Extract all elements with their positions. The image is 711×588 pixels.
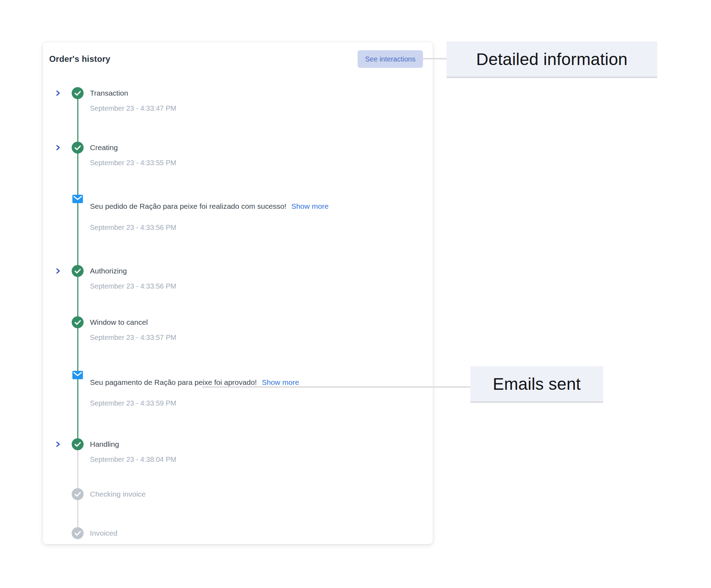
show-more-link[interactable]: Show more: [291, 202, 328, 210]
stage-label: Invoiced: [90, 528, 117, 538]
email-timestamp: September 23 - 4:33:56 PM: [90, 223, 176, 232]
email-subject: Seu pagamento de Ração para peixe foi ap…: [90, 378, 257, 386]
expand-chevron-icon[interactable]: [54, 144, 61, 151]
check-circle-icon: [72, 142, 84, 154]
check-circle-icon: [72, 316, 84, 328]
stage-timestamp: September 23 - 4:33:57 PM: [90, 333, 176, 342]
annotation-emails-sent: Emails sent: [470, 366, 603, 403]
stage-timestamp: September 23 - 4:38:04 PM: [90, 455, 176, 464]
email-timestamp: September 23 - 4:33:59 PM: [90, 399, 176, 408]
expand-chevron-icon[interactable]: [54, 267, 61, 274]
email-row: Seu pedido de Ração para peixe foi reali…: [90, 201, 328, 211]
see-interactions-button[interactable]: See interactions: [358, 50, 423, 68]
card-title: Order's history: [49, 54, 110, 64]
annotation-connector: [423, 58, 446, 59]
stage-label: Window to cancel: [90, 317, 148, 327]
stage-label: Checking invoice: [90, 489, 146, 499]
annotation-detailed-information: Detailed information: [446, 41, 657, 78]
email-icon: [72, 195, 83, 203]
stage-timestamp: September 23 - 4:33:47 PM: [90, 104, 176, 113]
show-more-link[interactable]: Show more: [262, 378, 299, 386]
check-circle-icon: [72, 265, 84, 277]
check-circle-icon: [72, 438, 84, 450]
email-icon: [72, 371, 83, 379]
stage-timestamp: September 23 - 4:33:56 PM: [90, 282, 176, 291]
stage-label: Handling: [90, 439, 119, 449]
email-row: Seu pagamento de Ração para peixe foi ap…: [90, 377, 299, 387]
check-circle-icon: [72, 488, 84, 500]
check-circle-icon: [72, 87, 84, 99]
stage-label: Authorizing: [90, 266, 127, 276]
stage-label: Creating: [90, 143, 118, 153]
page: Order's history See interactions Transac…: [0, 0, 711, 588]
annotation-connector: [202, 386, 470, 388]
orders-history-card: Order's history See interactions Transac…: [43, 42, 433, 544]
expand-chevron-icon[interactable]: [54, 441, 61, 448]
expand-chevron-icon[interactable]: [54, 90, 61, 97]
check-circle-icon: [72, 527, 84, 539]
email-subject: Seu pedido de Ração para peixe foi reali…: [90, 202, 286, 210]
stage-label: Transaction: [90, 88, 128, 98]
stage-timestamp: September 23 - 4:33:55 PM: [90, 158, 176, 167]
